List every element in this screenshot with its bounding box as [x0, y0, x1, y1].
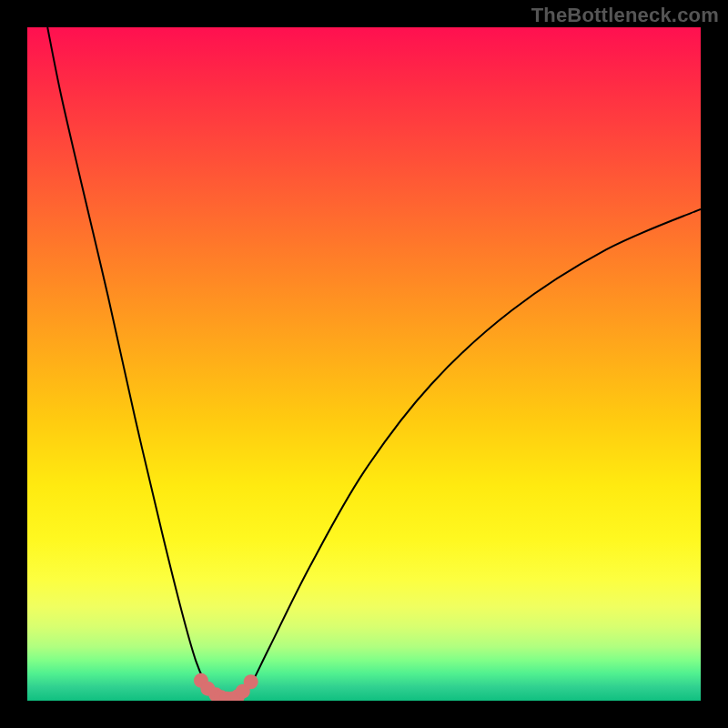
curve-left-path [47, 27, 217, 699]
trough-dot [244, 674, 258, 689]
bottleneck-curve [27, 27, 701, 701]
trough-markers [194, 673, 258, 701]
chart-frame: TheBottleneck.com [0, 0, 728, 728]
watermark-text: TheBottleneck.com [531, 4, 719, 27]
plot-area [27, 27, 701, 701]
curve-right-path [239, 209, 701, 699]
